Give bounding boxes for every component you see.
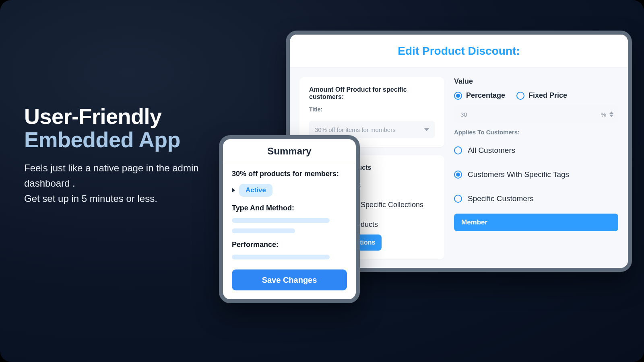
hero-body-line1: Feels just like a native page in the adm… bbox=[24, 162, 199, 189]
applies-customers-heading: Applies To Customers: bbox=[454, 129, 618, 136]
save-changes-button[interactable]: Save Changes bbox=[232, 269, 347, 290]
value-type-percentage-label: Percentage bbox=[466, 91, 505, 100]
skeleton-line bbox=[232, 228, 295, 233]
chevron-up-icon bbox=[609, 111, 613, 114]
value-type-group: Percentage Fixed Price bbox=[454, 91, 618, 100]
radio-icon bbox=[454, 171, 462, 179]
hero-copy: User-Friendly Embedded App Feels just li… bbox=[24, 105, 233, 207]
option-all-customers-label: All Customers bbox=[468, 146, 515, 155]
skeleton-line bbox=[232, 218, 330, 223]
editor-title: Edit Product Discount: bbox=[398, 45, 520, 58]
value-type-fixed-label: Fixed Price bbox=[528, 91, 567, 100]
caret-right-icon[interactable] bbox=[232, 188, 235, 193]
skeleton-line bbox=[232, 255, 330, 259]
editor-header: Edit Product Discount: bbox=[290, 35, 628, 68]
radio-icon bbox=[516, 92, 524, 100]
value-unit: % bbox=[601, 111, 606, 118]
option-tagged-customers-label: Customers With Specific Tags bbox=[468, 170, 569, 179]
summary-title: 30% off products for members: bbox=[232, 170, 347, 178]
hero-heading-line2: Embedded App bbox=[24, 128, 233, 151]
value-amount: 30 bbox=[460, 111, 467, 118]
customer-tag-chip[interactable]: Member bbox=[454, 214, 618, 231]
amount-off-heading: Amount Off Product for specific customer… bbox=[309, 86, 435, 101]
option-tagged-customers[interactable]: Customers With Specific Tags bbox=[454, 165, 618, 184]
chevron-down-icon bbox=[424, 128, 429, 131]
option-specific-customers-label: Specific Customers bbox=[468, 194, 534, 203]
stepper-arrows-icon[interactable] bbox=[609, 111, 613, 117]
summary-window: Summary 30% off products for members: Ac… bbox=[219, 135, 360, 303]
editor-right-column: Value Percentage Fixed Price 30 % bbox=[454, 77, 618, 258]
summary-header: Summary bbox=[223, 139, 356, 163]
summary-status-row: Active bbox=[232, 184, 347, 197]
chevron-down-icon bbox=[609, 115, 613, 117]
option-all-customers[interactable]: All Customers bbox=[454, 141, 618, 160]
type-method-label: Type And Method: bbox=[232, 204, 347, 212]
radio-icon bbox=[454, 195, 462, 203]
amount-off-title-label: Title: bbox=[309, 106, 435, 113]
hero-body-line2: Get set up in 5 minutes or less. bbox=[24, 193, 157, 204]
performance-label: Performance: bbox=[232, 241, 347, 249]
save-changes-label: Save Changes bbox=[262, 276, 317, 285]
hero-heading: User-Friendly Embedded App bbox=[24, 105, 233, 152]
option-specific-customers[interactable]: Specific Customers bbox=[454, 189, 618, 208]
value-type-fixed[interactable]: Fixed Price bbox=[516, 91, 567, 100]
value-type-percentage[interactable]: Percentage bbox=[454, 91, 505, 100]
marketing-canvas: User-Friendly Embedded App Feels just li… bbox=[0, 0, 644, 362]
summary-body: 30% off products for members: Active Typ… bbox=[223, 163, 356, 299]
customer-tag-label: Member bbox=[461, 218, 487, 226]
status-badge: Active bbox=[239, 184, 272, 197]
value-heading: Value bbox=[454, 77, 618, 86]
value-unit-stepper: % bbox=[601, 111, 613, 118]
radio-icon bbox=[454, 92, 462, 100]
value-amount-input[interactable]: 30 % bbox=[454, 105, 618, 123]
hero-heading-line1: User-Friendly bbox=[24, 104, 162, 128]
hero-body: Feels just like a native page in the adm… bbox=[24, 160, 233, 207]
discount-title-value: 30% off for items for members bbox=[315, 126, 396, 133]
radio-icon bbox=[454, 146, 462, 154]
